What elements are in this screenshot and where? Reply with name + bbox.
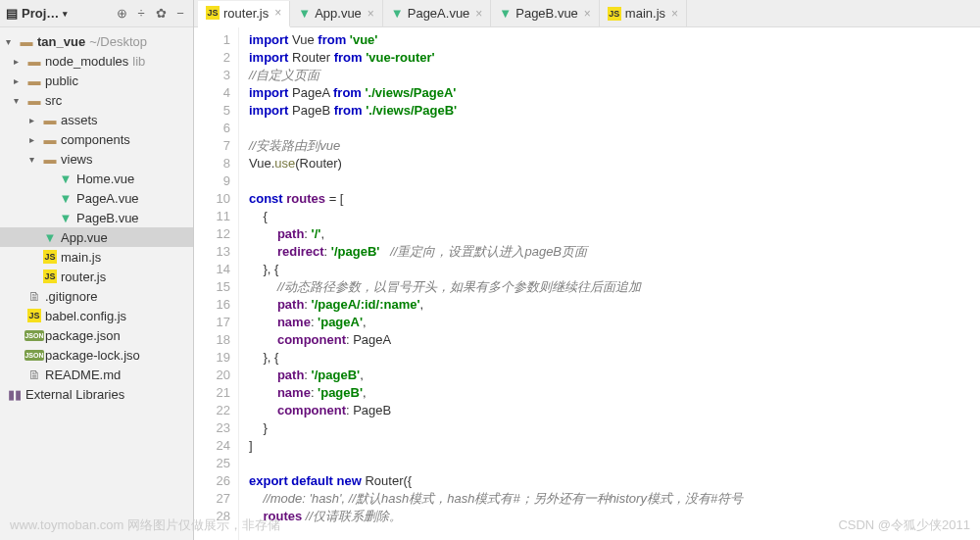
tree-item-package-lock-jso[interactable]: JSONpackage-lock.jso: [0, 345, 193, 365]
code-line-22[interactable]: component: PageB: [249, 402, 980, 419]
expand-arrow[interactable]: ▾: [29, 154, 41, 165]
sidebar-tools: ⊕ ÷ ✿ −: [115, 7, 187, 21]
code-line-19[interactable]: }, {: [249, 349, 980, 367]
code-line-14[interactable]: }, {: [249, 261, 980, 278]
expand-arrow[interactable]: ▸: [29, 134, 41, 145]
tree-item-label: src: [45, 93, 62, 108]
project-root-row[interactable]: ▾ ▬ tan_vue ~/Desktop: [0, 31, 193, 51]
line-number: 1: [194, 31, 230, 49]
close-icon[interactable]: ×: [475, 7, 482, 21]
code-line-17[interactable]: name: 'pageA',: [249, 314, 980, 331]
collapse-icon[interactable]: ⊕: [115, 7, 128, 21]
vue-icon: ▼: [391, 6, 404, 21]
tree-item--gitignore[interactable]: 🗎.gitignore: [0, 286, 193, 306]
line-number: 6: [194, 120, 230, 137]
code-line-3[interactable]: //自定义页面: [249, 67, 980, 84]
code-line-16[interactable]: path: '/pageA/:id/:name',: [249, 296, 980, 314]
code-line-9[interactable]: [249, 172, 980, 190]
tree-item-label: node_modules: [45, 54, 128, 69]
project-icon: ▤: [6, 6, 18, 21]
expand-arrow[interactable]: ▸: [14, 75, 25, 86]
expand-arrow[interactable]: ▾: [6, 36, 18, 47]
gear-icon[interactable]: ✿: [154, 7, 168, 21]
code-line-2[interactable]: import Router from 'vue-router': [249, 49, 980, 67]
code-line-15[interactable]: //动态路径参数，以冒号开头，如果有多个参数则继续往后面追加: [249, 278, 980, 296]
tree-item-label: .gitignore: [45, 289, 97, 304]
expand-arrow[interactable]: ▸: [29, 115, 41, 125]
code-line-18[interactable]: component: PageA: [249, 331, 980, 349]
tree-item-router-js[interactable]: JSrouter.js: [0, 267, 193, 286]
tree-item-label: babel.config.js: [45, 309, 126, 323]
close-icon[interactable]: ×: [584, 7, 591, 21]
line-number: 17: [194, 314, 230, 331]
code-line-20[interactable]: path: '/pageB',: [249, 367, 980, 384]
code-line-5[interactable]: import PageB from './views/PageB': [249, 102, 980, 120]
line-number: 25: [194, 455, 230, 472]
vue-icon: ▼: [57, 191, 74, 206]
tree-item-label: components: [61, 132, 130, 147]
vue-icon: ▼: [41, 230, 59, 245]
hide-icon[interactable]: −: [173, 7, 187, 21]
project-path: ~/Desktop: [89, 34, 147, 49]
sidebar-title[interactable]: ▤ Proj… ▾: [6, 6, 115, 21]
close-icon[interactable]: ×: [671, 7, 678, 21]
tree-item-README-md[interactable]: 🗎README.md: [0, 365, 193, 384]
js-icon: JS: [25, 309, 43, 322]
code-line-13[interactable]: redirect: '/pageB' //重定向，设置默认进入pageB页面: [249, 243, 980, 261]
line-number: 22: [194, 402, 230, 419]
sidebar-title-text: Proj…: [22, 6, 59, 21]
code-line-7[interactable]: //安装路由到vue: [249, 137, 980, 155]
line-number: 11: [194, 208, 230, 225]
code-line-24[interactable]: ]: [249, 437, 980, 455]
code-line-10[interactable]: const routes = [: [249, 190, 980, 208]
tree-item-assets[interactable]: ▸▬assets: [0, 110, 193, 129]
code-line-26[interactable]: export default new Router({: [249, 472, 980, 490]
close-icon[interactable]: ×: [368, 7, 374, 21]
code-line-23[interactable]: }: [249, 419, 980, 437]
tree-item-Home-vue[interactable]: ▼Home.vue: [0, 169, 193, 188]
tree-item-public[interactable]: ▸▬public: [0, 71, 193, 90]
line-number: 27: [194, 490, 230, 508]
line-number: 12: [194, 225, 230, 243]
code-line-6[interactable]: [249, 120, 980, 137]
folder-icon: ▬: [25, 54, 43, 69]
tab-App-vue[interactable]: ▼App.vue×: [290, 0, 383, 26]
tree-item-PageA-vue[interactable]: ▼PageA.vue: [0, 188, 193, 208]
tree-item-PageB-vue[interactable]: ▼PageB.vue: [0, 208, 193, 227]
code-content[interactable]: import Vue from 'vue'import Router from …: [239, 27, 980, 540]
js-icon: JS: [41, 270, 59, 283]
tree-item-label: main.js: [61, 250, 101, 265]
code-line-1[interactable]: import Vue from 'vue': [249, 31, 980, 49]
code-line-27[interactable]: //mode: 'hash', //默认hash模式，hash模式有#；另外还有…: [249, 490, 980, 508]
watermark-right: CSDN @令狐少侠2011: [838, 516, 970, 534]
tree-item-src[interactable]: ▾▬src: [0, 90, 193, 110]
code-line-25[interactable]: [249, 455, 980, 472]
tree-item-babel-config-js[interactable]: JSbabel.config.js: [0, 306, 193, 325]
code-line-11[interactable]: {: [249, 208, 980, 225]
code-line-12[interactable]: path: '/',: [249, 225, 980, 243]
tree-item-main-js[interactable]: JSmain.js: [0, 247, 193, 267]
tree-item-App-vue[interactable]: ▼App.vue: [0, 227, 193, 247]
divide-icon[interactable]: ÷: [134, 7, 148, 21]
tree-item-components[interactable]: ▸▬components: [0, 129, 193, 149]
tab-main-js[interactable]: JSmain.js×: [600, 0, 687, 26]
tab-PageA-vue[interactable]: ▼PageA.vue×: [383, 0, 492, 26]
code-line-8[interactable]: Vue.use(Router): [249, 155, 980, 172]
code-line-21[interactable]: name: 'pageB',: [249, 384, 980, 402]
expand-arrow[interactable]: ▾: [14, 95, 25, 106]
external-libraries-row[interactable]: ▮▮ External Libraries: [0, 384, 193, 404]
tree-item-package-json[interactable]: JSONpackage.json: [0, 325, 193, 345]
library-icon: ▮▮: [6, 387, 24, 402]
expand-arrow[interactable]: ▸: [14, 56, 25, 67]
tree-item-label: README.md: [45, 368, 121, 382]
line-number: 21: [194, 384, 230, 402]
tree-item-node-modules[interactable]: ▸▬node_moduleslib: [0, 51, 193, 71]
close-icon[interactable]: ×: [274, 6, 281, 20]
tree-item-label: App.vue: [61, 230, 108, 245]
file-icon: 🗎: [25, 289, 43, 304]
tree-item-label: PageB.vue: [76, 211, 139, 225]
tab-router-js[interactable]: JSrouter.js×: [198, 1, 290, 27]
tree-item-views[interactable]: ▾▬views: [0, 149, 193, 169]
code-line-4[interactable]: import PageA from './views/PageA': [249, 84, 980, 102]
tab-PageB-vue[interactable]: ▼PageB.vue×: [491, 0, 600, 26]
